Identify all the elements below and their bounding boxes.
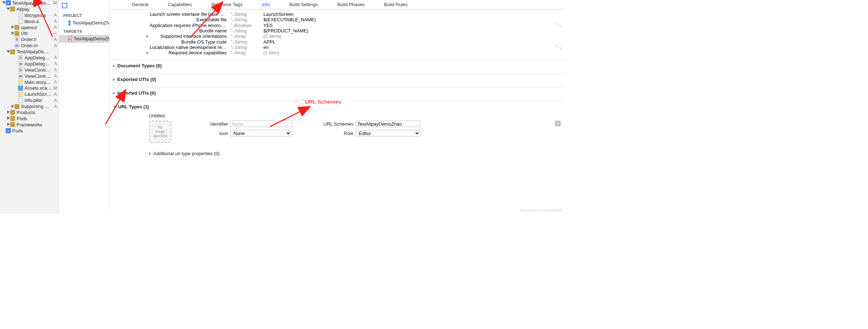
nav-item[interactable]: hAppDelegate.hA xyxy=(0,55,58,61)
document-types-section[interactable]: Document Types (0) xyxy=(109,60,564,71)
remove-url-type-button[interactable]: ✕ xyxy=(555,121,561,126)
stepper-icon[interactable]: ⌃⌄ xyxy=(229,39,235,44)
nav-item[interactable]: Products xyxy=(0,109,58,116)
file-icon xyxy=(10,122,15,127)
chevron-right-icon xyxy=(11,104,14,109)
scm-badge: A xyxy=(52,92,57,97)
scm-badge: A xyxy=(52,19,57,24)
nav-item[interactable]: Util— xyxy=(0,30,58,36)
role-label: Role xyxy=(317,131,353,136)
nav-item[interactable]: libssl.aA xyxy=(0,18,58,24)
tab-build-rules[interactable]: Build Rules xyxy=(383,2,408,7)
nav-item[interactable]: mAppDelegate.mA xyxy=(0,61,58,67)
file-icon xyxy=(14,25,19,30)
chevron-right-icon xyxy=(11,25,14,30)
chevron-right-icon xyxy=(113,92,115,95)
nav-item-label: Pods xyxy=(12,128,52,134)
info-row[interactable]: Application requires iPhone environm…⌃⌄B… xyxy=(145,23,561,28)
identifier-field[interactable] xyxy=(230,121,291,127)
nav-item-label: TestAlipayDemoZhao xyxy=(17,49,52,54)
nav-item-label: libssl.a xyxy=(24,19,52,24)
scm-badge: A xyxy=(52,61,57,66)
stepper-icon[interactable]: ⌃⌄ xyxy=(229,23,235,28)
info-value: LaunchScreen xyxy=(263,12,555,17)
file-icon xyxy=(18,19,23,24)
stepper-icon[interactable]: ⌃⌄ xyxy=(229,12,235,17)
stepper-icon[interactable]: ⌃⌄ xyxy=(555,45,561,50)
info-row[interactable]: Required device capabilities⌃⌄Array(1 it… xyxy=(145,50,561,55)
stepper-icon[interactable]: ⌃⌄ xyxy=(229,50,235,55)
info-row[interactable]: Executable file⌃⌄String$(EXECUTABLE_NAME… xyxy=(145,17,561,22)
scm-badge: A xyxy=(52,25,57,30)
additional-url-properties-label[interactable]: Additional url type properties (0) xyxy=(153,151,220,156)
stepper-icon[interactable]: ⌃⌄ xyxy=(229,17,235,22)
target-item-label: TestAlipayDemoZhao xyxy=(74,36,115,41)
app-target-icon: A xyxy=(68,36,72,41)
stepper-icon[interactable]: ⌃⌄ xyxy=(229,45,235,50)
nav-item-label: Pods xyxy=(17,116,52,121)
info-key: Localization native development region xyxy=(150,45,229,50)
info-type: Boolean xyxy=(235,23,263,28)
nav-item-label: TestAlipayDemoZhao xyxy=(12,0,52,6)
stepper-icon[interactable]: ⌃⌄ xyxy=(229,34,235,39)
nav-item[interactable]: mViewController.mA xyxy=(0,73,58,79)
info-row[interactable]: Bundle name⌃⌄String$(PRODUCT_NAME) xyxy=(145,28,561,33)
tab-capabilities[interactable]: Capabilities xyxy=(167,2,193,7)
tab-build-settings[interactable]: Build Settings xyxy=(289,2,319,7)
stepper-icon[interactable]: ⌃⌄ xyxy=(229,28,235,33)
nav-item[interactable]: libcrypto.aA xyxy=(0,12,58,18)
annotation-text: 设置URL Schemes xyxy=(294,99,342,105)
scm-badge: A xyxy=(52,43,57,48)
nav-item[interactable]: LaunchScr…toryboardA xyxy=(0,91,58,97)
nav-item[interactable]: ≡Pods xyxy=(0,128,58,134)
outline-toggle-icon[interactable] xyxy=(62,3,67,8)
info-row[interactable]: Bundle OS Type code⌃⌄StringAPPL xyxy=(145,39,561,44)
nav-item[interactable]: TestAlipayDemoZhao xyxy=(0,49,58,55)
chevron-down-icon xyxy=(6,50,10,54)
scm-badge: M xyxy=(52,86,57,91)
scm-badge: A xyxy=(52,98,57,103)
exported-utis-section[interactable]: Exported UTIs (0) xyxy=(109,73,564,85)
file-icon xyxy=(10,49,15,54)
nav-item[interactable]: hOrder.hA xyxy=(0,36,58,42)
nav-item[interactable]: hViewController.hA xyxy=(0,67,58,73)
file-icon xyxy=(10,6,15,12)
nav-item[interactable]: Supporting FilesA xyxy=(0,103,58,109)
scm-badge: M xyxy=(52,0,57,5)
tab-info[interactable]: Info xyxy=(261,2,271,7)
icon-select[interactable]: None xyxy=(230,130,291,136)
targets-header: TARGETS xyxy=(59,27,109,35)
nav-item[interactable]: Alipay xyxy=(0,6,58,12)
info-row[interactable]: Supported interface orientations⌃⌄Array(… xyxy=(145,33,561,39)
imported-utis-section[interactable]: Imported UTIs (0) xyxy=(109,87,564,99)
nav-item[interactable]: Main.storyboardA xyxy=(0,79,58,85)
url-schemes-field[interactable] xyxy=(356,121,420,127)
project-header: PROJECT xyxy=(59,11,109,19)
file-icon: m xyxy=(14,43,19,48)
nav-item-label: Alipay xyxy=(17,6,52,12)
url-type-image-well[interactable]: No image specified xyxy=(149,121,171,143)
project-item[interactable]: ≡ TestAlipayDemoZhao xyxy=(59,19,109,27)
role-select[interactable]: Editor xyxy=(356,130,420,136)
stepper-icon[interactable]: ⌃⌄ xyxy=(555,23,561,28)
target-item[interactable]: A TestAlipayDemoZhao xyxy=(59,35,109,43)
tab-general[interactable]: General xyxy=(131,2,149,7)
tab-build-phases[interactable]: Build Phases xyxy=(336,2,365,7)
nav-item[interactable]: opensslA xyxy=(0,24,58,31)
nav-item[interactable]: Pods xyxy=(0,116,58,122)
info-row[interactable]: Launch screen interface file base name⌃⌄… xyxy=(145,12,561,17)
nav-item[interactable]: Frameworks xyxy=(0,122,58,128)
file-icon: ≡ xyxy=(6,128,11,133)
url-types-section[interactable]: URL Types (1) Untitled No image specifie… xyxy=(109,101,564,156)
info-type: String xyxy=(235,39,263,45)
nav-item[interactable]: Info.plistA xyxy=(0,97,58,103)
info-row[interactable]: Localization native development region⌃⌄… xyxy=(145,45,561,50)
scm-badge: A xyxy=(52,37,57,42)
nav-item[interactable]: ≡TestAlipayDemoZhaoM xyxy=(0,0,58,6)
url-types-label: URL Types (1) xyxy=(118,104,149,109)
nav-item[interactable]: mOrder.mA xyxy=(0,42,58,49)
info-type: String xyxy=(235,28,263,33)
nav-item[interactable]: Assets.xcassetsM xyxy=(0,85,58,91)
project-item-label: TestAlipayDemoZhao xyxy=(73,21,114,26)
tab-resource-tags[interactable]: Resource Tags xyxy=(211,2,243,7)
